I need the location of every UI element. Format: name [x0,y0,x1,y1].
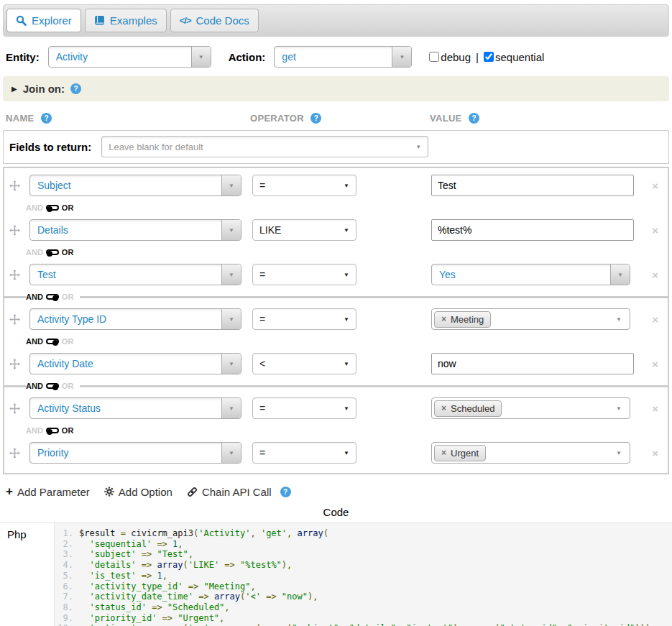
chain-link-icon [187,487,198,497]
action-dropdown[interactable]: get ▼ [274,46,412,68]
code-line: 2. 'sequential' => 1, [55,539,672,550]
sequential-checkbox[interactable] [484,52,494,62]
operator-select[interactable]: <▼ [252,353,356,374]
join-on-section[interactable]: ▶ Join on: ? [3,76,669,101]
false: Test [37,269,56,280]
code-text: 'options' => array('or' => array(array("… [79,623,655,626]
drag-handle-icon[interactable] [9,180,21,191]
false: Priority [37,447,69,459]
or-label: OR [62,426,74,435]
entity-dropdown[interactable]: Activity ▼ [48,46,211,68]
tab-examples[interactable]: Examples [85,9,167,32]
operator-select[interactable]: =▼ [252,308,356,330]
debug-checkbox-label[interactable]: debug [429,51,471,63]
code-text: 'priority_id' => "Urgent", [79,613,224,624]
field-name-dropdown[interactable]: Test▼ [29,264,241,285]
remove-row-button[interactable]: × [652,180,658,192]
help-icon[interactable]: ? [469,113,479,124]
value-input[interactable] [431,219,634,241]
and-or-toggle[interactable] [46,294,59,300]
add-option-button[interactable]: Add Option [104,486,172,498]
remove-row-button[interactable]: × [652,313,658,326]
value-multiselect[interactable]: ×Meeting▼ [431,308,630,330]
drag-handle-icon[interactable] [9,314,21,325]
remove-row-button[interactable]: × [652,269,658,281]
and-or-toggle[interactable] [46,205,59,211]
field-name-dropdown[interactable]: Priority▼ [29,442,241,464]
false: Subject [37,180,71,191]
and-or-toggle[interactable] [46,249,59,255]
operator-select[interactable]: LIKE▼ [252,219,356,241]
field-name-dropdown[interactable]: Activity Status▼ [29,397,241,419]
operator-select[interactable]: =▼ [252,442,356,464]
entity-value: Activity [56,51,88,63]
value-multiselect[interactable]: ×Scheduled▼ [431,397,630,419]
operator-value: = [259,313,265,325]
joiner-inner: ANDOR [26,425,73,436]
parameter-row: Activity Type ID▼=▼×Meeting▼× [4,308,668,330]
tab-bar: Explorer Examples </> Code Docs [3,4,669,37]
group-joiner: ANDOR [4,291,668,303]
line-number: 8. [55,602,79,613]
and-label: AND [26,293,43,301]
selected-tag: ×Urgent [434,445,486,461]
and-or-toggle[interactable] [46,428,59,433]
remove-row-button[interactable]: × [652,358,658,370]
remove-row-button[interactable]: × [652,224,658,236]
drag-handle-icon[interactable] [9,270,21,280]
field-name-dropdown[interactable]: Activity Type ID▼ [29,308,241,330]
code-language-tab[interactable]: Php [0,523,54,626]
and-label: AND [26,426,43,435]
value-input[interactable] [431,175,634,196]
remove-row-button[interactable]: × [652,447,658,459]
and-or-toggle[interactable] [46,383,59,389]
sequential-checkbox-label[interactable]: sequential [484,51,544,63]
caret-down-icon: ▼ [344,450,349,456]
false: Activity Type ID [37,313,106,325]
tag-label: Urgent [451,448,479,459]
caret-down-icon: ▼ [344,405,349,412]
drag-handle-icon[interactable] [9,403,21,414]
value-multiselect[interactable]: ×Urgent▼ [431,442,630,464]
remove-tag-icon[interactable]: × [441,314,446,324]
drag-handle-icon[interactable] [9,359,21,369]
caret-down-icon: ▼ [344,361,349,367]
field-name-dropdown[interactable]: Activity Date▼ [29,353,241,374]
help-icon[interactable]: ? [70,83,81,94]
tab-code-docs[interactable]: </> Code Docs [170,9,259,32]
clause-joiner: ANDOR [26,247,668,258]
field-name-dropdown[interactable]: Details▼ [29,219,241,241]
code-line: 1.$result = civicrm_api3('Activity', 'ge… [55,528,672,539]
field-name-dropdown[interactable]: Subject▼ [29,175,241,196]
operator-select[interactable]: =▼ [252,264,356,285]
help-icon[interactable]: ? [41,113,52,124]
operator-select[interactable]: =▼ [252,175,356,196]
tab-explorer[interactable]: Explorer [6,9,81,32]
operator-value: = [259,402,265,414]
drag-handle-icon[interactable] [9,448,21,459]
remove-tag-icon[interactable]: × [441,448,446,458]
and-label: AND [26,382,43,390]
value-dropdown[interactable]: Yes▼ [431,264,630,285]
code-heading: Code [0,506,672,518]
drag-handle-icon[interactable] [9,225,21,236]
tag-label: Meeting [451,314,484,325]
chain-api-call-button[interactable]: Chain API Call [187,486,272,498]
selected-tag: ×Scheduled [434,400,502,417]
fields-to-return-input[interactable] [101,136,428,157]
operator-select[interactable]: =▼ [252,397,356,419]
help-icon[interactable]: ? [310,113,321,124]
parameter-row: Activity Date▼<▼× [4,353,668,374]
value-input[interactable] [431,353,634,374]
remove-tag-icon[interactable]: × [441,403,446,413]
add-parameter-button[interactable]: + Add Parameter [6,484,90,499]
clause-joiner: ANDOR [26,425,668,436]
code-text: 'activity_date_time' => array('<' => "no… [79,592,318,602]
help-icon[interactable]: ? [280,487,291,497]
code-text: 'sequential' => 1, [79,539,183,550]
debug-checkbox[interactable] [429,52,439,62]
remove-row-button[interactable]: × [652,402,658,415]
tab-label: Examples [110,14,157,27]
and-or-toggle[interactable] [46,339,59,344]
join-on-label: Join on: [23,83,65,95]
